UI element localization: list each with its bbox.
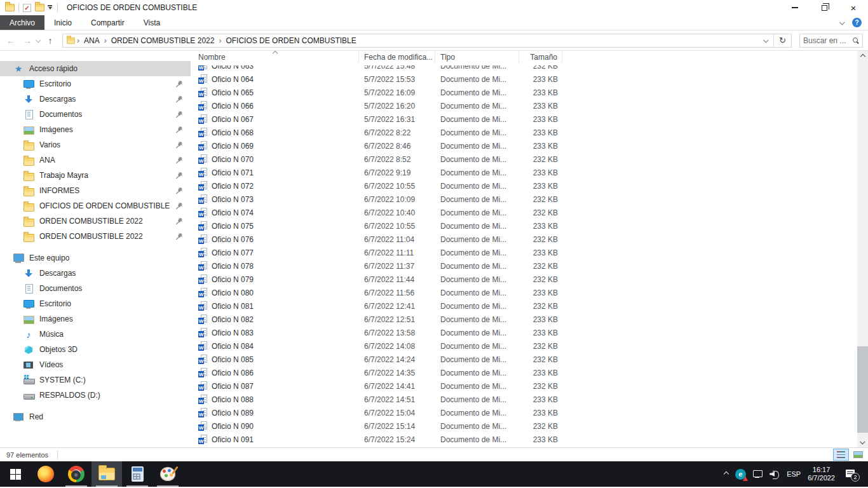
- sidebar-item-im-genes[interactable]: Imágenes: [0, 311, 191, 327]
- file-row[interactable]: Oficio N 0906/7/2022 15:14Documento de M…: [198, 419, 857, 433]
- sidebar-section-acceso-r-pido[interactable]: Acceso rápido: [0, 61, 191, 76]
- file-row[interactable]: Oficio N 0916/7/2022 15:24Documento de M…: [198, 433, 857, 446]
- file-row[interactable]: Oficio N 0756/7/2022 10:55Documento de M…: [198, 219, 857, 233]
- chevron-right-icon[interactable]: ›: [103, 36, 108, 45]
- file-row[interactable]: Oficio N 0726/7/2022 10:55Documento de M…: [198, 179, 857, 193]
- taskbar-calculator-button[interactable]: [122, 461, 153, 487]
- sidebar-item-escritorio[interactable]: Escritorio: [0, 296, 191, 311]
- scrollbar-track[interactable]: [857, 62, 868, 437]
- sidebar-item-im-genes[interactable]: Imágenes: [0, 122, 191, 137]
- file-row[interactable]: Oficio N 0665/7/2022 16:20Documento de M…: [198, 99, 857, 112]
- breadcrumb-segment[interactable]: OFICIOS DE ORDEN COMBUSTIBLE: [222, 36, 359, 45]
- up-button[interactable]: ↑: [43, 36, 57, 46]
- tab-inicio[interactable]: Inicio: [44, 15, 81, 30]
- file-row[interactable]: Oficio N 0876/7/2022 14:41Documento de M…: [198, 379, 857, 393]
- tab-archivo[interactable]: Archivo: [0, 15, 44, 30]
- breadcrumb-segment[interactable]: ORDEN COMBUSTIBLE 2022: [108, 36, 218, 45]
- minimize-button[interactable]: [780, 0, 810, 15]
- file-row[interactable]: Oficio N 0675/7/2022 16:31Documento de M…: [198, 112, 857, 126]
- tray-expand-chevron-icon[interactable]: [724, 471, 729, 477]
- sidebar-item-trabajo-mayra[interactable]: Trabajo Mayra: [0, 168, 191, 183]
- properties-quick-icon[interactable]: [23, 4, 31, 12]
- file-row[interactable]: Oficio N 0686/7/2022 8:22Documento de Mi…: [198, 126, 857, 139]
- tab-compartir[interactable]: Compartir: [81, 15, 134, 30]
- sidebar-item-orden-combustible-2022[interactable]: ORDEN COMBUSTIBLE 2022: [0, 214, 191, 229]
- sidebar-item-m-sica[interactable]: Música: [0, 327, 191, 342]
- file-row[interactable]: Oficio N 0846/7/2022 14:08Documento de M…: [198, 339, 857, 353]
- taskbar-explorer-button[interactable]: [92, 461, 122, 487]
- file-row[interactable]: Oficio N 0806/7/2022 11:56Documento de M…: [198, 286, 857, 299]
- file-row[interactable]: Oficio N 0706/7/2022 8:52Documento de Mi…: [198, 152, 857, 166]
- clock[interactable]: 16:17 6/7/2022: [808, 466, 835, 482]
- column-header-nombre[interactable]: Nombre: [198, 51, 359, 64]
- sidebar-section-este-equipo[interactable]: Este equipo: [0, 250, 191, 266]
- restore-button[interactable]: [810, 0, 839, 15]
- sidebar-item-descargas[interactable]: Descargas: [0, 92, 191, 107]
- scroll-down-button[interactable]: [857, 437, 868, 447]
- sidebar-item-documentos[interactable]: Documentos: [0, 107, 191, 122]
- forward-button[interactable]: →: [20, 36, 34, 46]
- file-row[interactable]: Oficio N 0736/7/2022 10:09Documento de M…: [198, 193, 857, 206]
- chevron-right-icon[interactable]: ›: [217, 36, 222, 45]
- sidebar-item-descargas[interactable]: Descargas: [0, 266, 191, 281]
- refresh-button[interactable]: ↻: [773, 34, 791, 47]
- column-header-fecha-de-modifica[interactable]: Fecha de modifica...: [359, 51, 435, 64]
- action-center-button[interactable]: 2: [846, 470, 857, 479]
- file-row[interactable]: Oficio N 0886/7/2022 14:51Documento de M…: [198, 393, 857, 406]
- language-indicator[interactable]: ESP: [787, 470, 801, 478]
- column-header-tama-o[interactable]: Tamaño: [519, 51, 562, 64]
- file-row[interactable]: Oficio N 0796/7/2022 11:44Documento de M…: [198, 273, 857, 286]
- sidebar-item-objetos-3d[interactable]: Objetos 3D: [0, 342, 191, 357]
- file-row[interactable]: Oficio N 0766/7/2022 11:04Documento de M…: [198, 233, 857, 246]
- recent-locations-chevron-icon[interactable]: [36, 37, 41, 43]
- new-folder-quick-icon[interactable]: [35, 4, 44, 11]
- sidebar-item-orden-combustible-2022[interactable]: ORDEN COMBUSTIBLE 2022: [0, 229, 191, 244]
- file-row[interactable]: Oficio N 0836/7/2022 13:58Documento de M…: [198, 326, 857, 339]
- tab-vista[interactable]: Vista: [134, 15, 170, 30]
- file-row[interactable]: Oficio N 0856/7/2022 14:24Documento de M…: [198, 353, 857, 366]
- scrollbar-thumb[interactable]: [857, 346, 868, 433]
- file-row[interactable]: Oficio N 0896/7/2022 15:04Documento de M…: [198, 406, 857, 419]
- file-row[interactable]: Oficio N 0696/7/2022 8:46Documento de Mi…: [198, 139, 857, 152]
- antivirus-tray-icon[interactable]: e: [735, 469, 746, 480]
- help-icon[interactable]: [852, 18, 862, 27]
- file-row[interactable]: Oficio N 0866/7/2022 14:35Documento de M…: [198, 366, 857, 379]
- file-row[interactable]: Oficio N 0776/7/2022 11:11Documento de M…: [198, 246, 857, 259]
- search-box[interactable]: Buscar en ...: [799, 34, 863, 48]
- file-row[interactable]: Oficio N 0786/7/2022 11:37Documento de M…: [198, 259, 857, 273]
- sidebar-item-escritorio[interactable]: Escritorio: [0, 76, 191, 92]
- file-row[interactable]: Oficio N 0746/7/2022 10:40Documento de M…: [198, 206, 857, 219]
- file-row[interactable]: Oficio N 0716/7/2022 9:19Documento de Mi…: [198, 166, 857, 179]
- taskbar-firefox-button[interactable]: [31, 461, 61, 487]
- taskbar-chrome-button[interactable]: [61, 461, 92, 487]
- address-dropdown-button[interactable]: [759, 34, 773, 47]
- customize-toolbar-caret-icon[interactable]: [47, 4, 53, 11]
- file-row[interactable]: Oficio N 0635/7/2022 15:48Documento de M…: [198, 65, 857, 72]
- sidebar-item-documentos[interactable]: Documentos: [0, 281, 191, 296]
- network-tray-icon[interactable]: [753, 470, 763, 478]
- sidebar-item-system-c[interactable]: SYSTEM (C:): [0, 372, 191, 388]
- file-row[interactable]: Oficio N 0816/7/2022 12:41Documento de M…: [198, 299, 857, 313]
- details-view-button[interactable]: [833, 449, 849, 461]
- sidebar-item-ana[interactable]: ANA: [0, 152, 191, 168]
- sidebar-item-respaldos-d[interactable]: RESPALDOS (D:): [0, 388, 191, 403]
- close-button[interactable]: ×: [839, 0, 868, 15]
- file-row[interactable]: Oficio N 0645/7/2022 15:53Documento de M…: [198, 72, 857, 86]
- sidebar-section-red[interactable]: Red: [0, 409, 191, 424]
- sidebar-item-informes[interactable]: INFORMES: [0, 183, 191, 198]
- taskbar-paint-button[interactable]: [153, 461, 183, 487]
- thumbnails-view-button[interactable]: [850, 449, 866, 461]
- column-header-tipo[interactable]: Tipo: [435, 51, 519, 64]
- volume-tray-icon[interactable]: [770, 470, 780, 478]
- scroll-up-button[interactable]: [857, 51, 868, 62]
- expand-ribbon-chevron-icon[interactable]: [839, 20, 844, 25]
- start-button[interactable]: [0, 461, 31, 487]
- file-row[interactable]: Oficio N 0655/7/2022 16:09Documento de M…: [198, 86, 857, 99]
- back-button[interactable]: ←: [4, 36, 18, 46]
- chevron-right-icon[interactable]: ›: [76, 36, 81, 45]
- sidebar-item-varios[interactable]: Varios: [0, 137, 191, 152]
- file-row[interactable]: Oficio N 0826/7/2022 12:51Documento de M…: [198, 313, 857, 326]
- vertical-scrollbar[interactable]: [857, 51, 868, 447]
- sidebar-item-v-deos[interactable]: Vídeos: [0, 357, 191, 372]
- sidebar-item-oficios-de-orden-combustible[interactable]: OFICIOS DE ORDEN COMBUSTIBLE: [0, 198, 191, 214]
